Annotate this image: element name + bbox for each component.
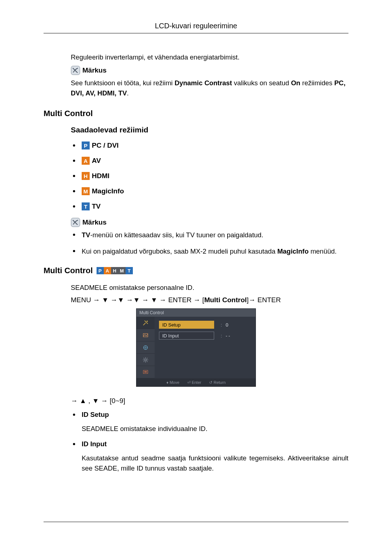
note-bold-2: On — [291, 79, 301, 87]
mode-box-a-icon: A — [104, 267, 111, 274]
mode-letter: A — [84, 158, 88, 164]
mode-label: PC / DVI — [92, 141, 119, 149]
bullet-icon — [73, 443, 75, 445]
list-item: M MagicInfo — [71, 187, 348, 195]
list-item: A AV — [71, 157, 348, 165]
mode-letter: T — [84, 204, 87, 210]
intro-text: Reguleerib inverterlampi, et vähendada e… — [71, 52, 347, 63]
osd-hint-move-text: Move — [170, 380, 179, 385]
osd-hint-return: ↺ Return — [209, 380, 225, 385]
menu-path-post: ]→ ENTER — [247, 296, 281, 304]
osd-row-label: ID Input — [159, 332, 214, 340]
svg-point-5 — [144, 359, 146, 361]
osd-colon: : — [221, 322, 222, 328]
svg-point-2 — [147, 320, 148, 322]
notes-list: TV-menüü on kättesaadav siis, kui TV tuu… — [71, 230, 348, 257]
bullet-icon — [73, 205, 75, 208]
osd-row-label: ID Setup — [159, 321, 214, 329]
mode-letter: A — [106, 268, 109, 274]
osd-side-icon — [136, 329, 155, 341]
footer-rule — [44, 522, 348, 522]
note-text-mid2: režiimides — [300, 79, 334, 87]
note-label: Märkus — [82, 66, 107, 74]
osd-screenshot: Multi Control — [44, 308, 348, 387]
mode-letter: H — [84, 173, 88, 179]
multi-control-heading-row: Multi Control P A H M T — [44, 266, 348, 275]
note-row: Märkus — [71, 218, 348, 227]
mode-letter: M — [83, 188, 88, 194]
osd-hint-return-text: Return — [213, 380, 225, 385]
gear-icon — [142, 357, 149, 363]
note-text-pre: See funktsioon ei tööta, kui režiimi — [71, 79, 175, 87]
globe-icon — [142, 344, 149, 351]
multi-control-title: Multi Control — [44, 266, 93, 275]
id-item-label: ID Input — [82, 440, 107, 448]
post-nav: → ▲ , ▼ → [0~9] — [71, 397, 348, 405]
mode-label: MagicInfo — [92, 187, 124, 195]
mode-letter: T — [128, 268, 131, 274]
mode-box-a-icon: A — [82, 157, 90, 165]
note-post: menüüd. — [309, 247, 336, 255]
note-label: Märkus — [82, 218, 107, 226]
note-bold: TV — [82, 231, 90, 239]
mode-letter: M — [120, 268, 124, 274]
note-body: See funktsioon ei tööta, kui režiimi Dyn… — [71, 78, 347, 99]
list-item: ID Input Kasutatakse antud seadme saatja… — [71, 440, 348, 474]
mode-box-t-icon: T — [82, 202, 90, 210]
mode-strip: P A H M T — [97, 267, 133, 274]
mode-label: HDMI — [92, 172, 110, 180]
osd-body: ID Setup : 0 ID Input : - - — [136, 317, 256, 378]
svg-rect-7 — [144, 371, 147, 373]
osd-sidebar — [136, 317, 155, 378]
id-list: ID Setup SEADMELE omistatakse individuaa… — [71, 411, 348, 474]
page-header-title: LCD-kuvari reguleerimine — [44, 22, 348, 30]
osd-row-value: - - — [226, 333, 230, 338]
note-post: -menüü on kättesaadav siis, kui TV tuune… — [90, 231, 264, 239]
list-item: T TV — [71, 202, 348, 210]
osd-bottom-bar: ♦ Move ⏎ Enter ↺ Return — [136, 378, 256, 386]
mode-box-m-icon: M — [118, 267, 126, 274]
mode-letter: H — [113, 268, 116, 274]
note-icon — [71, 218, 80, 227]
mode-letter: P — [84, 143, 87, 149]
bullet-icon — [73, 160, 75, 162]
page: LCD-kuvari reguleerimine Reguleerib inve… — [0, 0, 392, 554]
note-pre: Kui on paigaldatud võrguboks, saab MX-2 … — [82, 247, 277, 255]
modes-list: P PC / DVI A AV H HDMI M MagicInfo T TV — [71, 141, 348, 210]
mode-box-h-icon: H — [111, 267, 118, 274]
mode-letter: P — [98, 268, 102, 274]
note-text-end: . — [127, 89, 129, 97]
menu-path: MENU → ▼ →▼ →▼ → ▼ → ENTER → [Multi Cont… — [71, 296, 348, 304]
bullet-icon — [73, 175, 75, 177]
mc-intro: SEADMELE omistatakse personaalne ID. — [71, 283, 347, 293]
section-available-modes: Saadaolevad režiimid — [71, 126, 348, 134]
bullet-icon — [73, 190, 75, 192]
bullet-icon — [73, 144, 75, 147]
mode-box-p-icon: P — [97, 267, 104, 274]
osd-hint-enter-text: Enter — [192, 380, 201, 385]
osd-side-icon — [136, 354, 155, 366]
bullet-icon — [73, 414, 75, 416]
mode-box-m-icon: M — [82, 187, 90, 195]
osd-main: ID Setup : 0 ID Input : - - — [155, 317, 256, 378]
screen-icon — [142, 369, 149, 376]
osd-title: Multi Control — [136, 309, 256, 317]
osd-colon: : — [221, 333, 222, 338]
section-multi-control: Multi Control — [44, 109, 348, 118]
tools-icon — [142, 320, 149, 326]
bullet-icon — [73, 234, 75, 236]
note-icon — [71, 66, 80, 75]
osd-side-icon — [136, 366, 155, 378]
list-item: Kui on paigaldatud võrguboks, saab MX-2 … — [71, 246, 348, 257]
list-item: ID Setup SEADMELE omistatakse individuaa… — [71, 411, 348, 434]
osd-side-icon — [136, 341, 155, 354]
menu-path-pre: MENU → ▼ →▼ →▼ → ▼ → ENTER → [ — [71, 296, 204, 304]
osd-row: ID Input : - - — [159, 331, 251, 340]
mode-label: AV — [92, 157, 101, 165]
mode-label: TV — [92, 202, 101, 210]
id-item-desc: SEADMELE omistatakse individuaalne ID. — [82, 424, 348, 434]
osd-side-icon — [136, 317, 155, 329]
note-text-mid: valikuks on seatud — [232, 79, 291, 87]
note-row: Märkus — [71, 66, 348, 75]
header-rule — [44, 33, 348, 33]
